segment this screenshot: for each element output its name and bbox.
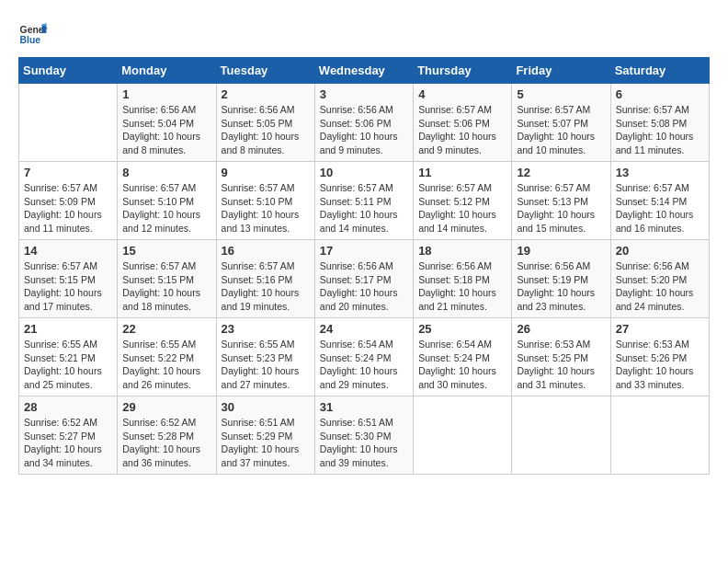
day-number: 31 <box>320 400 408 414</box>
day-number: 19 <box>517 244 605 258</box>
day-number: 5 <box>517 87 605 101</box>
day-info: Sunrise: 6:57 AM Sunset: 5:06 PM Dayligh… <box>418 103 506 157</box>
calendar-cell <box>19 84 118 162</box>
calendar-cell <box>610 396 709 475</box>
weekday-header-friday: Friday <box>512 58 610 84</box>
calendar-cell: 6Sunrise: 6:57 AM Sunset: 5:08 PM Daylig… <box>610 84 709 162</box>
day-number: 7 <box>24 166 112 179</box>
day-number: 2 <box>222 87 310 101</box>
day-info: Sunrise: 6:57 AM Sunset: 5:09 PM Dayligh… <box>24 181 112 236</box>
calendar-cell: 8Sunrise: 6:57 AM Sunset: 5:10 PM Daylig… <box>118 162 216 240</box>
calendar-cell: 18Sunrise: 6:56 AM Sunset: 5:18 PM Dayli… <box>414 240 512 318</box>
calendar-cell: 25Sunrise: 6:54 AM Sunset: 5:24 PM Dayli… <box>414 318 512 396</box>
day-info: Sunrise: 6:53 AM Sunset: 5:26 PM Dayligh… <box>616 338 704 392</box>
day-info: Sunrise: 6:56 AM Sunset: 5:06 PM Dayligh… <box>320 103 408 157</box>
calendar-table: SundayMondayTuesdayWednesdayThursdayFrid… <box>18 57 710 475</box>
day-number: 6 <box>616 87 704 101</box>
day-info: Sunrise: 6:56 AM Sunset: 5:19 PM Dayligh… <box>517 259 605 314</box>
calendar-cell: 22Sunrise: 6:55 AM Sunset: 5:22 PM Dayli… <box>118 318 216 396</box>
day-number: 10 <box>320 166 408 179</box>
day-info: Sunrise: 6:57 AM Sunset: 5:15 PM Dayligh… <box>24 259 112 314</box>
day-number: 17 <box>320 244 408 258</box>
calendar-cell: 21Sunrise: 6:55 AM Sunset: 5:21 PM Dayli… <box>19 318 118 396</box>
calendar-cell: 4Sunrise: 6:57 AM Sunset: 5:06 PM Daylig… <box>414 84 512 162</box>
day-number: 9 <box>222 166 310 179</box>
weekday-header-sunday: Sunday <box>19 58 118 84</box>
day-info: Sunrise: 6:57 AM Sunset: 5:08 PM Dayligh… <box>616 103 704 157</box>
day-info: Sunrise: 6:54 AM Sunset: 5:24 PM Dayligh… <box>418 338 506 392</box>
weekday-header-row: SundayMondayTuesdayWednesdayThursdayFrid… <box>19 58 710 84</box>
day-info: Sunrise: 6:57 AM Sunset: 5:16 PM Dayligh… <box>222 259 310 314</box>
calendar-cell: 26Sunrise: 6:53 AM Sunset: 5:25 PM Dayli… <box>512 318 610 396</box>
day-number: 25 <box>418 322 506 336</box>
day-number: 24 <box>320 322 408 336</box>
day-number: 29 <box>122 400 210 414</box>
calendar-cell <box>512 396 610 475</box>
day-info: Sunrise: 6:52 AM Sunset: 5:28 PM Dayligh… <box>122 416 210 470</box>
day-info: Sunrise: 6:53 AM Sunset: 5:25 PM Dayligh… <box>517 338 605 392</box>
calendar-cell: 15Sunrise: 6:57 AM Sunset: 5:15 PM Dayli… <box>118 240 216 318</box>
calendar-cell: 30Sunrise: 6:51 AM Sunset: 5:29 PM Dayli… <box>216 396 314 475</box>
calendar-week-row: 28Sunrise: 6:52 AM Sunset: 5:27 PM Dayli… <box>19 396 710 475</box>
day-info: Sunrise: 6:56 AM Sunset: 5:20 PM Dayligh… <box>616 259 704 314</box>
weekday-header-tuesday: Tuesday <box>216 58 314 84</box>
weekday-header-monday: Monday <box>118 58 216 84</box>
day-number: 11 <box>418 166 506 179</box>
svg-text:Blue: Blue <box>20 35 41 45</box>
calendar-cell: 14Sunrise: 6:57 AM Sunset: 5:15 PM Dayli… <box>19 240 118 318</box>
day-number: 28 <box>24 400 112 414</box>
day-number: 30 <box>222 400 310 414</box>
day-number: 1 <box>122 87 210 101</box>
day-number: 22 <box>122 322 210 336</box>
day-number: 15 <box>122 244 210 258</box>
calendar-cell <box>414 396 512 475</box>
calendar-cell: 24Sunrise: 6:54 AM Sunset: 5:24 PM Dayli… <box>314 318 413 396</box>
day-info: Sunrise: 6:54 AM Sunset: 5:24 PM Dayligh… <box>320 338 408 392</box>
day-info: Sunrise: 6:57 AM Sunset: 5:11 PM Dayligh… <box>320 181 408 236</box>
day-info: Sunrise: 6:57 AM Sunset: 5:14 PM Dayligh… <box>616 181 704 236</box>
day-number: 21 <box>24 322 112 336</box>
calendar-cell: 3Sunrise: 6:56 AM Sunset: 5:06 PM Daylig… <box>314 84 413 162</box>
weekday-header-thursday: Thursday <box>414 58 512 84</box>
calendar-cell: 29Sunrise: 6:52 AM Sunset: 5:28 PM Dayli… <box>118 396 216 475</box>
day-info: Sunrise: 6:57 AM Sunset: 5:13 PM Dayligh… <box>517 181 605 236</box>
calendar-week-row: 21Sunrise: 6:55 AM Sunset: 5:21 PM Dayli… <box>19 318 710 396</box>
day-info: Sunrise: 6:51 AM Sunset: 5:29 PM Dayligh… <box>222 416 310 470</box>
calendar-cell: 28Sunrise: 6:52 AM Sunset: 5:27 PM Dayli… <box>19 396 118 475</box>
logo: General Blue <box>18 18 55 48</box>
day-number: 4 <box>418 87 506 101</box>
day-number: 18 <box>418 244 506 258</box>
day-info: Sunrise: 6:57 AM Sunset: 5:12 PM Dayligh… <box>418 181 506 236</box>
day-info: Sunrise: 6:56 AM Sunset: 5:05 PM Dayligh… <box>222 103 310 157</box>
day-number: 14 <box>24 244 112 258</box>
day-number: 8 <box>122 166 210 179</box>
day-info: Sunrise: 6:52 AM Sunset: 5:27 PM Dayligh… <box>24 416 112 470</box>
calendar-cell: 9Sunrise: 6:57 AM Sunset: 5:10 PM Daylig… <box>216 162 314 240</box>
day-info: Sunrise: 6:51 AM Sunset: 5:30 PM Dayligh… <box>320 416 408 470</box>
day-info: Sunrise: 6:55 AM Sunset: 5:22 PM Dayligh… <box>122 338 210 392</box>
day-number: 20 <box>616 244 704 258</box>
calendar-cell: 27Sunrise: 6:53 AM Sunset: 5:26 PM Dayli… <box>610 318 709 396</box>
calendar-cell: 11Sunrise: 6:57 AM Sunset: 5:12 PM Dayli… <box>414 162 512 240</box>
calendar-cell: 5Sunrise: 6:57 AM Sunset: 5:07 PM Daylig… <box>512 84 610 162</box>
day-number: 13 <box>616 166 704 179</box>
calendar-cell: 12Sunrise: 6:57 AM Sunset: 5:13 PM Dayli… <box>512 162 610 240</box>
day-info: Sunrise: 6:55 AM Sunset: 5:21 PM Dayligh… <box>24 338 112 392</box>
day-info: Sunrise: 6:56 AM Sunset: 5:18 PM Dayligh… <box>418 259 506 314</box>
weekday-header-wednesday: Wednesday <box>314 58 413 84</box>
calendar-cell: 16Sunrise: 6:57 AM Sunset: 5:16 PM Dayli… <box>216 240 314 318</box>
calendar-week-row: 14Sunrise: 6:57 AM Sunset: 5:15 PM Dayli… <box>19 240 710 318</box>
calendar-cell: 10Sunrise: 6:57 AM Sunset: 5:11 PM Dayli… <box>314 162 413 240</box>
day-number: 27 <box>616 322 704 336</box>
day-info: Sunrise: 6:57 AM Sunset: 5:15 PM Dayligh… <box>122 259 210 314</box>
day-info: Sunrise: 6:56 AM Sunset: 5:17 PM Dayligh… <box>320 259 408 314</box>
day-number: 26 <box>517 322 605 336</box>
day-info: Sunrise: 6:55 AM Sunset: 5:23 PM Dayligh… <box>222 338 310 392</box>
day-number: 23 <box>222 322 310 336</box>
page-header: General Blue <box>18 18 710 48</box>
day-info: Sunrise: 6:56 AM Sunset: 5:04 PM Dayligh… <box>122 103 210 157</box>
calendar-week-row: 7Sunrise: 6:57 AM Sunset: 5:09 PM Daylig… <box>19 162 710 240</box>
calendar-cell: 31Sunrise: 6:51 AM Sunset: 5:30 PM Dayli… <box>314 396 413 475</box>
day-number: 3 <box>320 87 408 101</box>
calendar-cell: 1Sunrise: 6:56 AM Sunset: 5:04 PM Daylig… <box>118 84 216 162</box>
